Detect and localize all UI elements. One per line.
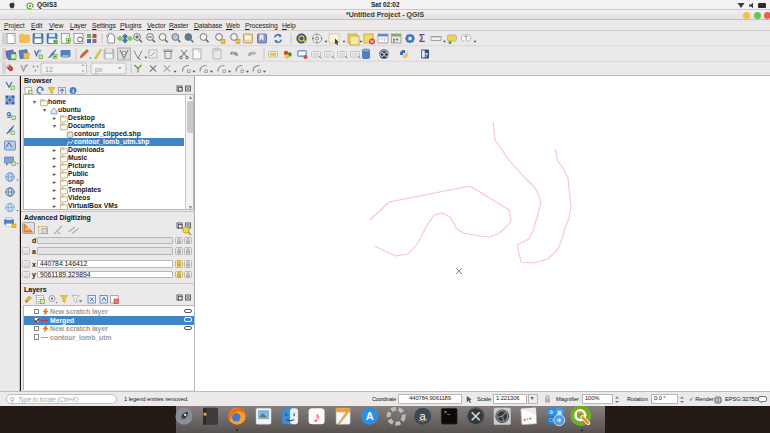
svg-text:A: A (366, 410, 374, 422)
svg-text::  (549, 417, 553, 423)
svg-text:Σ: Σ (419, 33, 425, 44)
svg-text:▦: ▦ (557, 408, 562, 414)
svg-text:♪: ♪ (313, 407, 321, 424)
svg-text:?: ? (395, 413, 399, 420)
svg-text:▾: ▾ (79, 298, 82, 304)
svg-text:T: T (464, 35, 467, 41)
svg-text:12: 12 (45, 65, 53, 72)
svg-text:⚙: ⚙ (549, 408, 554, 414)
svg-text:a: a (420, 409, 427, 421)
svg-text:>_: >_ (444, 409, 451, 415)
svg-text:?: ? (424, 51, 428, 57)
svg-text:px: px (95, 65, 103, 73)
